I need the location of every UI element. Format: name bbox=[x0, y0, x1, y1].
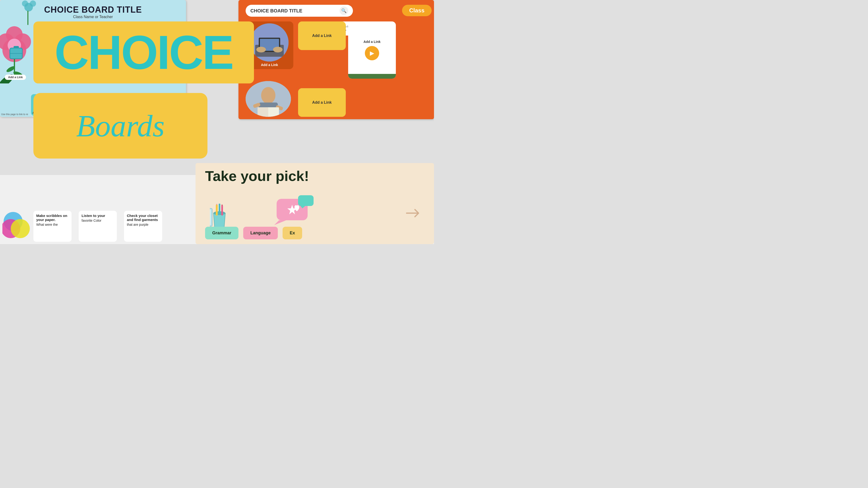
gap2 bbox=[119, 211, 122, 242]
search-bar[interactable]: CHOICE BOARD TITLE 🔍 bbox=[246, 5, 353, 17]
play-button[interactable]: ▶ bbox=[365, 46, 379, 60]
card-scribbles-sub: What were the bbox=[36, 223, 69, 226]
play-card-label: Add a Link bbox=[364, 40, 380, 44]
card-listen-title: Listen to your bbox=[82, 214, 114, 218]
language-button[interactable]: Language bbox=[243, 227, 278, 239]
search-icon[interactable]: 🔍 bbox=[340, 6, 348, 15]
ext-button[interactable]: Ex bbox=[283, 227, 302, 239]
card-scribbles-title: Make scribbles on your paper. bbox=[36, 214, 69, 222]
svg-point-7 bbox=[22, 0, 28, 7]
class-tab[interactable]: Class bbox=[402, 5, 432, 16]
card-closet-sub: that are purple bbox=[127, 223, 159, 226]
slide-orange: CHOICE BOARD TITLE 🔍 Class Use this page… bbox=[239, 0, 434, 119]
choice-banner: CHOICE bbox=[33, 22, 254, 84]
laptop-person-image bbox=[250, 23, 288, 62]
person-svg bbox=[246, 81, 291, 117]
arrow-icon bbox=[405, 206, 425, 220]
boards-text: Boards bbox=[76, 108, 165, 144]
svg-rect-44 bbox=[298, 195, 314, 206]
yellow-link-label: Add a Link bbox=[312, 34, 332, 38]
svg-point-28 bbox=[11, 219, 30, 238]
color-circles-icon bbox=[2, 211, 31, 239]
svg-marker-31 bbox=[216, 204, 218, 205]
chat-bubbles-icon bbox=[272, 194, 315, 225]
subject-buttons: Grammar Language Ex bbox=[205, 227, 425, 239]
svg-marker-35 bbox=[221, 204, 223, 205]
slide-take-your-pick: Take your pick! bbox=[195, 163, 434, 244]
grammar-button[interactable]: Grammar bbox=[205, 227, 239, 239]
boards-banner: Boards bbox=[33, 93, 208, 159]
second-yellow-card[interactable]: Add a Link bbox=[298, 88, 346, 117]
svg-rect-30 bbox=[216, 205, 218, 216]
bottom-text-cards: Make scribbles on your paper. What were … bbox=[33, 211, 162, 242]
card-closet-title: Check your closet and find garments bbox=[127, 214, 159, 222]
svg-point-18 bbox=[273, 47, 283, 53]
yellow-link-card[interactable]: Add a Link bbox=[298, 22, 346, 50]
briefcase-icon bbox=[9, 48, 23, 59]
svg-rect-25 bbox=[257, 107, 268, 117]
background: CHOICE BOARD TITLE Class Name or Teacher bbox=[0, 0, 434, 244]
play-card: Add a Link ▶ bbox=[348, 22, 396, 79]
svg-point-6 bbox=[30, 0, 36, 7]
choice-text: CHOICE bbox=[55, 29, 233, 76]
svg-point-20 bbox=[261, 87, 275, 104]
take-your-pick-heading: Take your pick! bbox=[205, 168, 309, 184]
card-closet: Check your closet and find garments that… bbox=[124, 211, 162, 242]
svg-rect-34 bbox=[221, 205, 223, 216]
bottom-area: Make scribbles on your paper. What were … bbox=[0, 175, 434, 244]
svg-rect-37 bbox=[210, 209, 211, 225]
card-listen-sub: favorite Color bbox=[82, 219, 114, 222]
gap bbox=[74, 211, 76, 242]
svg-point-17 bbox=[256, 47, 266, 53]
green-stripe bbox=[348, 74, 396, 79]
person-holding-image bbox=[246, 81, 291, 117]
svg-rect-32 bbox=[219, 204, 220, 214]
card-listen: Listen to your favorite Color bbox=[79, 211, 117, 242]
small-info-text: Use this page to link to re bbox=[1, 113, 28, 116]
pencil-cup-icon bbox=[210, 204, 229, 230]
add-link-btn-1[interactable]: Add a Link bbox=[5, 75, 26, 80]
add-link-label-1: Add a Link bbox=[261, 63, 278, 67]
svg-marker-42 bbox=[274, 220, 286, 225]
search-text: CHOICE BOARD TITLE bbox=[250, 8, 340, 13]
second-yellow-label: Add a Link bbox=[312, 100, 332, 105]
laptop-svg bbox=[250, 23, 288, 62]
card-scribbles: Make scribbles on your paper. What were … bbox=[33, 211, 71, 242]
svg-rect-9 bbox=[27, 11, 28, 25]
